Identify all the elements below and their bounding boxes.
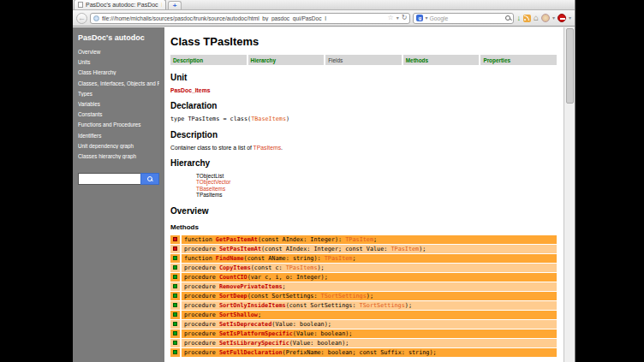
type-link[interactable]: TPasItem: [345, 236, 373, 243]
code-text: ;: [283, 283, 286, 290]
member-declaration: procedure SortShallow;: [182, 311, 557, 319]
code-text: ;: [352, 255, 355, 262]
reload-icon[interactable]: ↻: [402, 15, 408, 21]
member-row: procedure CountCIO(var c, i, o: Integer)…: [170, 273, 557, 282]
member-name-link[interactable]: SetFullDeclaration: [219, 349, 283, 356]
bookmark-star-icon[interactable]: ☆: [388, 15, 394, 21]
home-icon[interactable]: ⌂: [534, 14, 539, 22]
code-text: procedure: [184, 302, 219, 309]
section-nav-properties[interactable]: Properties: [480, 55, 557, 65]
type-link[interactable]: TPasItem: [391, 246, 419, 252]
page-viewport: PasDoc's autodoc OverviewUnitsClass Hier…: [73, 27, 575, 362]
section-nav-hierarchy[interactable]: Hierarchy: [248, 55, 325, 65]
member-row: procedure SetFullDeclaration(PrefixName:…: [170, 348, 557, 357]
section-nav-methods[interactable]: Methods: [403, 55, 480, 65]
methods-table: function GetPasItemAt(const AIndex: Inte…: [170, 235, 557, 357]
member-name-link[interactable]: RemovePrivateItems: [219, 283, 283, 290]
member-row: function GetPasItemAt(const AIndex: Inte…: [170, 235, 557, 244]
code-text: (const SortSettings:: [286, 302, 360, 309]
sidebar-item[interactable]: Functions and Procedures: [78, 122, 159, 128]
vertical-scrollbar[interactable]: [564, 27, 575, 362]
visibility-cell: [170, 329, 180, 338]
unit-link[interactable]: PasDoc_Items: [170, 87, 557, 93]
member-name-link[interactable]: SortOnlyInsideItems: [219, 302, 286, 309]
visibility-public-icon: [173, 341, 177, 345]
code-text: function: [184, 255, 216, 262]
search-input[interactable]: Google: [429, 15, 504, 21]
persona-dropdown-icon[interactable]: ▾: [552, 15, 555, 21]
member-name-link[interactable]: SetPasItemAt: [219, 246, 261, 252]
member-row: procedure RemovePrivateItems;: [170, 282, 557, 291]
type-link[interactable]: TPasItems: [286, 264, 318, 271]
text: Container class to store a list of: [170, 145, 253, 151]
tab-title: PasDoc's autodoc: PasDoc_I...: [86, 2, 162, 8]
type-link[interactable]: TPasItems: [253, 145, 281, 151]
new-tab-button[interactable]: +: [168, 1, 182, 9]
member-name-link[interactable]: FindName: [216, 255, 244, 262]
type-link[interactable]: TPasItem: [325, 255, 353, 262]
hierarchy-item[interactable]: TObjectVector: [196, 179, 557, 185]
member-row: procedure SortDeep(const SortSettings: T…: [170, 292, 557, 300]
type-link[interactable]: TBaseItems: [251, 116, 286, 122]
adblock-dropdown-icon[interactable]: ▾: [569, 15, 571, 21]
code-text: procedure: [184, 274, 219, 281]
sidebar-item[interactable]: Classes hierarchy graph: [78, 153, 159, 159]
downloads-icon[interactable]: ↓: [516, 14, 521, 22]
adblock-icon[interactable]: [558, 14, 566, 22]
type-link[interactable]: TSortSettings: [321, 293, 367, 300]
code-text: (Value: boolean);: [271, 321, 331, 328]
member-name-link[interactable]: CountCIO: [219, 274, 247, 281]
scrollbar-thumb[interactable]: [566, 28, 574, 104]
member-name-link[interactable]: CopyItems: [219, 264, 251, 271]
search-bar[interactable]: g ▾ Google: [413, 13, 514, 24]
search-engine-icon[interactable]: g: [416, 15, 423, 21]
member-name-link[interactable]: SortDeep: [219, 293, 247, 300]
code-text: (Value: boolean);: [293, 330, 353, 337]
sidebar-item[interactable]: Units: [78, 59, 159, 65]
search-icon: [147, 176, 152, 181]
type-link[interactable]: TSortSettings: [360, 302, 405, 309]
url-bar[interactable]: ☆ ▾ ↻: [90, 13, 410, 24]
code-text: (const AIndex: Integer):: [258, 236, 345, 243]
visibility-cell: [170, 339, 180, 347]
member-declaration: procedure SortOnlyInsideItems(const Sort…: [182, 301, 557, 310]
sidebar-item[interactable]: Class Hierarchy: [78, 69, 159, 75]
hierarchy-item: TObjectList: [196, 173, 557, 179]
sidebar-item[interactable]: Variables: [78, 101, 159, 107]
hierarchy-item[interactable]: TBaseItems: [196, 186, 557, 192]
member-row: function FindName(const AName: string): …: [170, 254, 557, 263]
sidebar-search-input[interactable]: [78, 173, 140, 185]
member-name-link[interactable]: SetIsPlatformSpecific: [219, 330, 293, 337]
page-icon: [78, 2, 83, 8]
hierarchy-heading: Hierarchy: [170, 158, 557, 168]
url-dropdown-icon[interactable]: ▾: [397, 15, 399, 21]
back-button[interactable]: ←: [76, 13, 87, 24]
section-nav-description[interactable]: Description: [170, 55, 247, 65]
member-row: procedure CopyItems(const c: TPasItems);: [170, 264, 557, 272]
member-name-link[interactable]: SetIsDeprecated: [219, 321, 271, 328]
member-name-link[interactable]: SortShallow: [219, 312, 258, 318]
sidebar-search-button[interactable]: [140, 173, 159, 185]
visibility-cell: [170, 320, 180, 329]
sidebar-item[interactable]: Identifiers: [78, 133, 159, 139]
persona-avatar-icon[interactable]: [541, 14, 550, 22]
visibility-cell: [170, 292, 180, 300]
member-declaration: procedure SetIsDeprecated(Value: boolean…: [182, 320, 557, 329]
browser-tab[interactable]: PasDoc's autodoc: PasDoc_I...: [74, 0, 166, 9]
member-name-link[interactable]: SetIsLibrarySpecific: [219, 340, 289, 347]
sidebar-item[interactable]: Constants: [78, 111, 159, 117]
sidebar-item[interactable]: Unit dependency graph: [78, 143, 159, 149]
member-row: procedure SortOnlyInsideItems(const Sort…: [170, 301, 557, 310]
member-declaration: procedure CountCIO(var c, i, o: Integer)…: [182, 273, 557, 282]
sidebar-item[interactable]: Types: [78, 91, 159, 97]
sidebar-item[interactable]: Overview: [78, 49, 159, 55]
engine-dropdown-icon[interactable]: ▾: [425, 15, 427, 21]
search-icon[interactable]: [505, 15, 510, 21]
visibility-protected-icon: [173, 246, 177, 251]
member-name-link[interactable]: GetPasItemAt: [216, 236, 258, 243]
url-input[interactable]: [102, 15, 385, 21]
code-text: );: [405, 302, 412, 309]
sidebar-title: PasDoc's autodoc: [78, 33, 159, 42]
sidebar-item[interactable]: Classes, Interfaces, Objects and Records: [78, 80, 159, 86]
rss-feed-icon[interactable]: [523, 15, 531, 22]
